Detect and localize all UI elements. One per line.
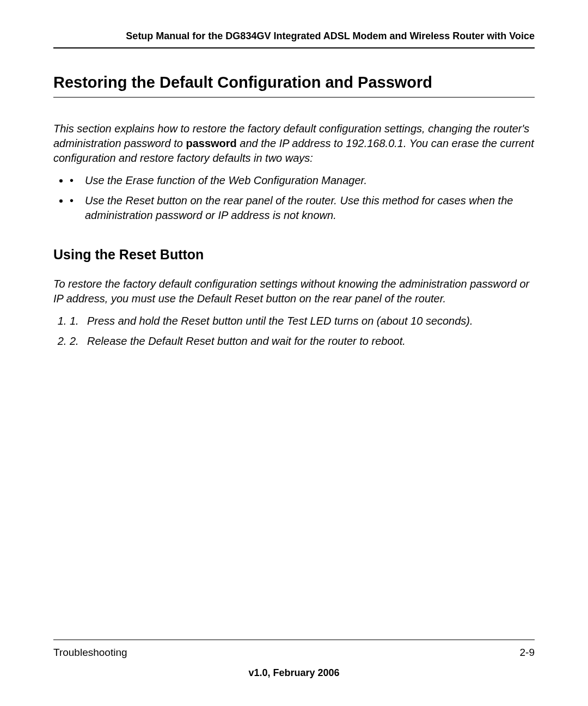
bullet-text: Use the Erase function of the Web Config… (85, 174, 367, 186)
step-text: Release the Default Reset button and wai… (87, 335, 406, 347)
numbered-item: 1. Press and hold the Reset button until… (70, 314, 535, 328)
footer-version: v1.0, February 2006 (53, 667, 535, 679)
bullet-item: Use the Reset button on the rear panel o… (70, 193, 535, 223)
footer-line1: Troubleshooting 2-9 (53, 647, 535, 659)
heading-2: Using the Reset Button (53, 247, 535, 263)
heading-1: Restoring the Default Configuration and … (53, 74, 535, 98)
page-footer: Troubleshooting 2-9 v1.0, February 2006 (53, 640, 535, 679)
doc-header-title: Setup Manual for the DG834GV Integrated … (126, 31, 535, 41)
step-text: Press and hold the Reset button until th… (87, 315, 473, 327)
footer-page-number: 2-9 (520, 647, 535, 659)
bullet-list: Use the Erase function of the Web Config… (53, 173, 535, 223)
intro-paragraph: This section explains how to restore the… (53, 121, 535, 166)
subsection-paragraph: To restore the factory default configura… (53, 277, 535, 306)
doc-header: Setup Manual for the DG834GV Integrated … (53, 31, 535, 48)
item-number: 2. (70, 334, 79, 349)
numbered-list: 1. Press and hold the Reset button until… (53, 314, 535, 349)
footer-rule (53, 640, 535, 640)
footer-section: Troubleshooting (53, 647, 127, 659)
password-literal: password (186, 137, 236, 149)
numbered-item: 2. Release the Default Reset button and … (70, 334, 535, 349)
item-number: 1. (70, 314, 79, 328)
bullet-text: Use the Reset button on the rear panel o… (85, 194, 513, 221)
bullet-item: Use the Erase function of the Web Config… (70, 173, 535, 188)
